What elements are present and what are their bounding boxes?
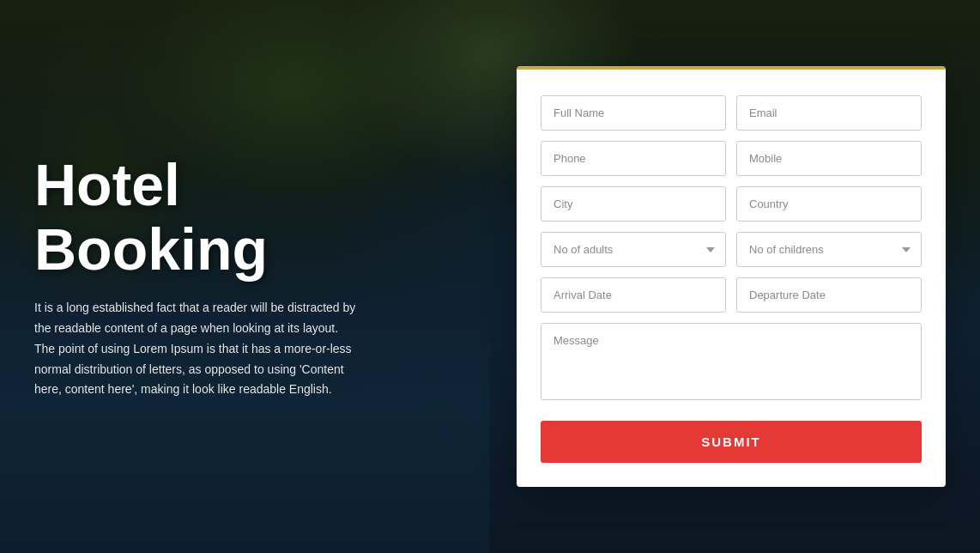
form-row-5 xyxy=(541,277,922,313)
booking-form-panel: No of adults 1 2 3 4 5 6+ No of children… xyxy=(517,66,946,487)
form-row-4: No of adults 1 2 3 4 5 6+ No of children… xyxy=(541,232,922,267)
form-row-1 xyxy=(541,95,922,131)
message-textarea[interactable] xyxy=(541,323,922,400)
content-wrapper: Hotel Booking It is a long established f… xyxy=(0,0,980,553)
phone-input[interactable] xyxy=(541,141,726,176)
form-row-3 xyxy=(541,186,922,222)
title-line2: Booking xyxy=(34,216,268,282)
form-row-6 xyxy=(541,323,922,400)
title-line1: Hotel xyxy=(34,152,180,217)
submit-button[interactable]: SUBMIT xyxy=(541,421,922,463)
description-text: It is a long established fact that a rea… xyxy=(34,298,360,400)
arrival-date-input[interactable] xyxy=(541,277,726,313)
full-name-input[interactable] xyxy=(541,95,726,131)
no-of-adults-select[interactable]: No of adults 1 2 3 4 5 6+ xyxy=(541,232,726,267)
left-section: Hotel Booking It is a long established f… xyxy=(34,153,517,401)
country-input[interactable] xyxy=(736,186,922,222)
no-of-childrens-select[interactable]: No of childrens 0 1 2 3 4 5+ xyxy=(736,232,922,267)
page-title: Hotel Booking xyxy=(34,153,482,282)
departure-date-input[interactable] xyxy=(736,277,922,313)
mobile-input[interactable] xyxy=(736,141,922,176)
email-input[interactable] xyxy=(736,95,922,131)
city-input[interactable] xyxy=(541,186,726,222)
form-row-2 xyxy=(541,141,922,176)
